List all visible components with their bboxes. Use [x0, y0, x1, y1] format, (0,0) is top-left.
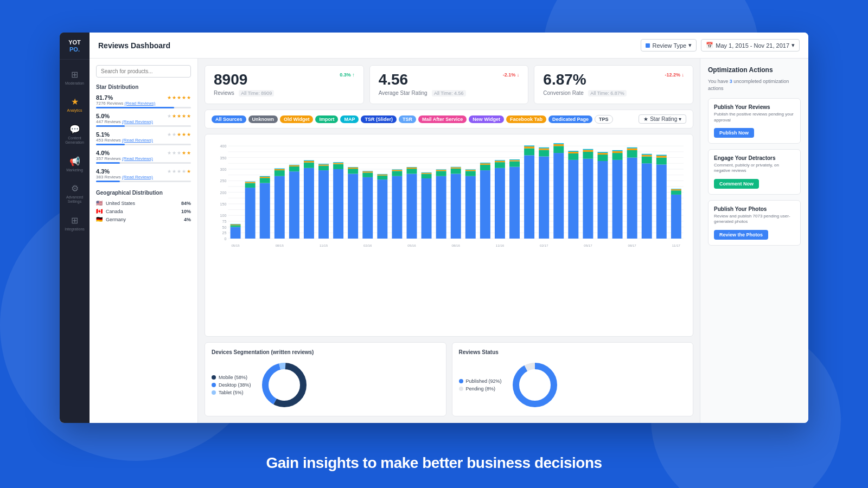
svg-rect-113 — [509, 160, 520, 161]
filter-tag-tsr[interactable]: TSR — [399, 115, 416, 123]
sidebar-item-advanced[interactable]: ⚙Advanced Settings — [60, 178, 90, 210]
svg-rect-152 — [642, 155, 652, 156]
svg-rect-156 — [656, 156, 667, 157]
filter-tag-facebook-tab[interactable]: Facebook Tab — [506, 115, 546, 123]
reviews-change: 0.3% ↑ — [340, 72, 355, 78]
opt-actions: Publish Your Reviews Publish the positiv… — [708, 98, 801, 245]
opt-action-title: Publish Your Reviews — [714, 104, 795, 110]
devices-legend-tablet: Tablet (5%) — [212, 390, 251, 395]
svg-text:11/17: 11/17 — [672, 244, 681, 247]
reviews-status-donut-chart — [510, 361, 559, 409]
opt-action-button[interactable]: Review the Photos — [714, 230, 768, 240]
svg-rect-87 — [422, 173, 432, 174]
svg-rect-64 — [348, 169, 358, 174]
bottom-row: Devices Segmentation (written reviews) M… — [205, 342, 693, 416]
filter-tag-old-widget[interactable]: Old Widget — [280, 115, 313, 123]
svg-rect-72 — [377, 179, 387, 239]
svg-rect-138 — [598, 155, 608, 161]
filter-tag-new-widget[interactable]: New Widget — [469, 115, 504, 123]
opt-title: Optimization Actions — [708, 66, 801, 74]
svg-rect-46 — [289, 171, 299, 239]
filter-tag-dedicated-page[interactable]: Dedicated Page — [548, 115, 592, 123]
reviews-legend-published: Published (92%) — [459, 378, 502, 384]
svg-rect-96 — [451, 167, 461, 168]
reviews-legend-pending: Pending (8%) — [459, 386, 502, 391]
svg-rect-158 — [671, 195, 681, 239]
reviews-status-title: Reviews Status — [459, 349, 687, 355]
svg-rect-62 — [333, 162, 343, 163]
svg-text:75: 75 — [222, 220, 227, 223]
svg-text:05/16: 05/16 — [407, 244, 416, 247]
stat-reviews: 8909 Reviews All Time: 8909 0.3% ↑ — [205, 65, 364, 104]
reviews-status-donut-container: Published (92%)Pending (8%) — [459, 361, 687, 409]
svg-rect-121 — [539, 149, 549, 150]
svg-rect-127 — [553, 143, 564, 144]
svg-rect-134 — [583, 150, 593, 152]
date-range-button[interactable]: 📅 May 1, 2015 - Nov 21, 2017 ▾ — [701, 39, 800, 52]
opt-action-button[interactable]: Publish Now — [714, 128, 754, 138]
svg-rect-44 — [275, 169, 285, 169]
svg-rect-122 — [539, 147, 549, 149]
opt-action-button[interactable]: Comment Now — [714, 179, 759, 189]
svg-rect-88 — [422, 172, 432, 173]
svg-rect-114 — [509, 159, 520, 160]
sidebar-item-content[interactable]: 💬Content Generation — [60, 119, 90, 151]
sidebar-item-moderation[interactable]: ⊞Moderation — [60, 64, 90, 91]
review-type-button[interactable]: Review Type ▾ — [641, 39, 697, 52]
svg-rect-106 — [495, 168, 505, 239]
avg-rating-label: Average Star Rating — [379, 90, 427, 96]
svg-rect-118 — [524, 145, 534, 146]
svg-rect-80 — [407, 174, 417, 239]
page-title: Reviews Dashboard — [98, 41, 170, 50]
filter-tag-unknown[interactable]: Unknown — [248, 115, 278, 123]
main-dashboard: 8909 Reviews All Time: 8909 0.3% ↑ — [198, 59, 700, 423]
svg-rect-55 — [318, 166, 329, 171]
sidebar-item-analytics[interactable]: ★Analytics — [60, 91, 90, 118]
avg-rating-alltime: All Time: 4.56 — [432, 90, 466, 97]
svg-rect-35 — [245, 182, 256, 183]
svg-rect-67 — [362, 177, 373, 239]
svg-rect-39 — [260, 177, 270, 178]
star-items: 81.7% ★★★★★ 7276 Reviews (Read Reviews) … — [96, 94, 191, 182]
svg-rect-38 — [260, 178, 270, 183]
filter-tag-tsr-(slider)[interactable]: TSR (Slider) — [361, 115, 397, 123]
svg-rect-76 — [392, 176, 402, 239]
svg-rect-51 — [304, 163, 314, 168]
conversion-change: -12.2% ↓ — [665, 72, 684, 78]
svg-text:08/15: 08/15 — [276, 244, 284, 247]
svg-rect-100 — [465, 170, 476, 171]
svg-rect-78 — [392, 170, 402, 171]
filter-tag-tps[interactable]: TPS — [595, 115, 613, 124]
svg-rect-89 — [436, 176, 446, 239]
svg-rect-48 — [289, 165, 299, 166]
sidebar-item-integrations[interactable]: ⊞Integrations — [60, 210, 90, 237]
svg-rect-144 — [612, 150, 623, 151]
filter-tag-mail-after-service[interactable]: Mail After Service — [418, 115, 467, 123]
svg-rect-83 — [407, 167, 417, 168]
svg-rect-105 — [480, 163, 490, 163]
filter-tag-import[interactable]: Import — [315, 115, 338, 123]
filter-tag-all-sources[interactable]: All Sources — [212, 115, 246, 123]
svg-rect-56 — [318, 164, 329, 165]
svg-rect-75 — [377, 174, 387, 175]
svg-rect-42 — [275, 170, 285, 176]
logo: YOTPO. — [60, 33, 90, 60]
conversion-alltime: All Time: 6.87% — [588, 90, 627, 97]
filter-tag-map[interactable]: MAP — [340, 115, 359, 123]
svg-rect-116 — [524, 149, 534, 156]
stat-reviews-header: 8909 Reviews All Time: 8909 0.3% ↑ — [214, 72, 355, 97]
svg-text:200: 200 — [220, 191, 227, 195]
main-window: YOTPO. ⊞Moderation★Analytics💬Content Gen… — [60, 33, 808, 423]
devices-donut-chart — [260, 361, 309, 409]
svg-rect-160 — [671, 189, 681, 190]
chart-area: 025507510015020025030035040005/1508/1511… — [205, 134, 693, 337]
svg-text:05/15: 05/15 — [231, 244, 240, 247]
svg-rect-120 — [539, 150, 549, 157]
star-rating-button[interactable]: ★ Star Rating ▾ — [639, 114, 686, 124]
geo-item-united-states: 🇺🇸United States84% — [96, 200, 191, 206]
advanced-label: Advanced Settings — [60, 195, 90, 204]
search-input[interactable] — [96, 65, 191, 78]
star-item-4: 5.0% ★★★★★ 447 Reviews (Read Reviews) — [96, 113, 191, 127]
svg-rect-132 — [583, 159, 593, 239]
sidebar-item-marketing[interactable]: 📢Marketing — [60, 151, 90, 178]
